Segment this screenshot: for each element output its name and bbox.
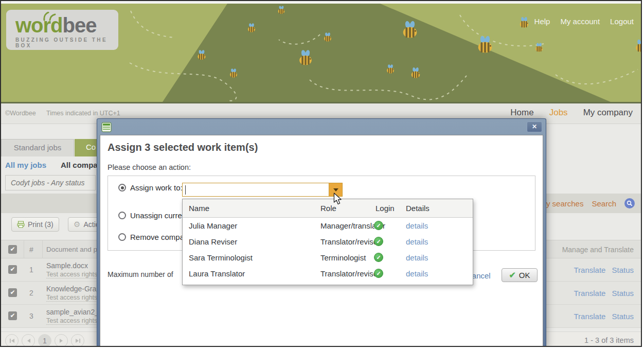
user-name: Laura Translator [189, 266, 245, 282]
dialog-title-icon [101, 122, 112, 132]
manage-column-header: Manage and Translate [562, 246, 634, 254]
logo-bee: bee [63, 14, 97, 37]
logout-link[interactable]: Logout [610, 17, 634, 26]
all-my-jobs-link[interactable]: All my jobs [5, 161, 46, 169]
login-check-icon: ✓ [374, 221, 383, 230]
translate-link[interactable]: Translate [574, 289, 605, 298]
current-page-button[interactable]: 1 [38, 334, 51, 347]
last-page-button[interactable] [71, 334, 84, 347]
row-actions: Translate Status [574, 289, 634, 298]
assignee-input[interactable] [183, 183, 329, 196]
user-name: Sara Terminologist [189, 250, 253, 266]
row-actions: Translate Status [574, 312, 634, 321]
copyright-text: ©Wordbee [5, 110, 36, 117]
assign-work-label: Assign work to: [130, 183, 183, 192]
option-unassign: Unassign curren [118, 211, 186, 220]
print-label: Print (3) [28, 220, 53, 229]
banner: wordbee BUZZING OUTSIDE THE BOX Help My … [1, 4, 641, 103]
dialog-prompt: Please choose an action: [108, 163, 191, 171]
document-column-header: Document and p [46, 246, 97, 253]
wordbee-logo[interactable]: wordbee BUZZING OUTSIDE THE BOX [6, 10, 118, 50]
project-link[interactable]: Test access rights [46, 317, 97, 325]
document-name: Knowledge-Grap [46, 285, 100, 293]
project-link[interactable]: Test access rights [46, 271, 97, 278]
all-company-jobs-link[interactable]: All compa [61, 161, 98, 169]
translate-link[interactable]: Translate [574, 266, 605, 274]
ok-button[interactable]: ✔ OK [502, 268, 538, 282]
ok-check-icon: ✔ [509, 270, 515, 280]
unassign-label: Unassign curren [130, 211, 186, 220]
print-button[interactable]: Print (3) [11, 217, 59, 232]
search-icon[interactable] [624, 198, 635, 208]
login-check-icon: ✓ [374, 269, 383, 278]
user-role: Terminologist [320, 250, 366, 266]
nav-home[interactable]: Home [510, 108, 533, 118]
select-all-checkbox[interactable]: ✔ [8, 245, 17, 254]
name-column-header: Name [189, 199, 209, 218]
login-check-icon: ✓ [374, 253, 383, 262]
row-number: 2 [29, 289, 33, 297]
row-checkbox[interactable]: ✔ [8, 311, 17, 320]
status-link[interactable]: Status [612, 266, 634, 274]
printer-icon [17, 221, 25, 228]
translate-link[interactable]: Translate [574, 312, 605, 321]
row-number: 1 [29, 266, 33, 274]
details-link[interactable]: details [406, 234, 428, 250]
assignee-dropdown-list: Name Role Login Details Julia Manager Ma… [182, 199, 473, 285]
search-link[interactable]: Search [592, 199, 616, 208]
user-option[interactable]: Diana Reviser Translator/reviser ✓ detai… [183, 234, 473, 250]
option-assign-work: Assign work to: [118, 183, 183, 192]
login-check-icon: ✓ [374, 237, 383, 246]
close-icon[interactable]: ✕ [527, 121, 542, 132]
unassign-radio[interactable] [118, 212, 126, 219]
filter-links: All my jobs All compa [5, 161, 98, 169]
option-remove-company: Remove compa [118, 233, 184, 241]
bee-antennae-icon [43, 12, 56, 21]
ok-label: OK [519, 271, 530, 280]
timezone-note: Times indicated in UTC+1 [46, 110, 120, 117]
max-number-note: Maximum number of [108, 270, 173, 278]
first-page-button[interactable] [5, 334, 19, 347]
pager: 1 [5, 334, 84, 347]
status-link[interactable]: Status [612, 312, 634, 321]
document-name: Sample.docx [46, 261, 88, 270]
gear-icon: ⚙ [74, 220, 80, 229]
user-option[interactable]: Julia Manager Manager/translator ✓ detai… [183, 218, 473, 234]
details-link[interactable]: details [406, 218, 428, 234]
mouse-cursor [333, 193, 342, 205]
nav-jobs[interactable]: Jobs [549, 108, 568, 118]
help-link[interactable]: Help [534, 17, 550, 26]
row-checkbox[interactable]: ✔ [8, 265, 17, 274]
user-name: Julia Manager [189, 218, 237, 234]
app-window: wordbee BUZZING OUTSIDE THE BOX Help My … [0, 0, 642, 347]
remove-company-label: Remove compa [130, 233, 184, 241]
user-name: Diana Reviser [189, 234, 237, 250]
details-column-header: Details [406, 199, 430, 218]
search-row: My searches Search [540, 198, 635, 208]
main-nav: Home Jobs My company [510, 108, 633, 118]
status-link[interactable]: Status [612, 289, 634, 298]
row-actions: Translate Status [574, 266, 634, 274]
user-option[interactable]: Laura Translator Translator/reviser ✓ de… [183, 266, 473, 282]
details-link[interactable]: details [406, 266, 428, 282]
row-checkbox[interactable]: ✔ [8, 288, 17, 297]
header-links: Help My account Logout [534, 17, 634, 26]
user-option[interactable]: Sara Terminologist Terminologist ✓ detai… [183, 250, 473, 266]
logo-tagline: BUZZING OUTSIDE THE BOX [15, 37, 118, 48]
tab-standard-jobs[interactable]: Standard jobs [1, 139, 74, 156]
my-account-link[interactable]: My account [560, 17, 600, 26]
project-link[interactable]: Test access rights [46, 294, 97, 302]
dropdown-header-row: Name Role Login Details [183, 199, 473, 218]
row-number: 3 [29, 312, 33, 320]
next-page-button[interactable] [55, 334, 68, 347]
user-role: Translator/reviser [320, 266, 380, 282]
items-summary: 1 - 3 of 3 items [584, 336, 634, 344]
nav-my-company[interactable]: My company [583, 108, 633, 118]
user-role: Translator/reviser [320, 234, 380, 250]
details-link[interactable]: details [406, 250, 428, 266]
my-searches-link[interactable]: My searches [540, 199, 583, 208]
assign-work-radio[interactable] [118, 184, 126, 191]
jobs-filter-input[interactable] [5, 175, 96, 190]
prev-page-button[interactable] [22, 334, 35, 347]
remove-company-radio[interactable] [118, 233, 126, 241]
